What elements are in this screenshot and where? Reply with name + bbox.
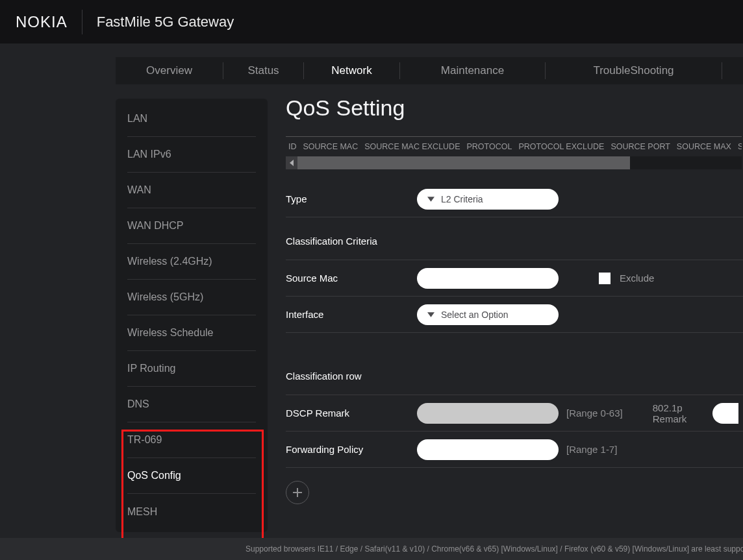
tab-overview[interactable]: Overview — [116, 62, 223, 79]
sidebar-item-wireless-24[interactable]: Wireless (2.4GHz) — [127, 244, 256, 280]
row-dscp-remark: DSCP Remark [Range 0-63] 802.1p Remark — [286, 395, 743, 432]
col-source-mac-exclude: SOURCE MAC EXCLUDE — [364, 142, 460, 151]
footer-text: Supported browsers IE11 / Edge / Safari(… — [246, 544, 743, 554]
section-classification-row: Classification row — [286, 352, 743, 395]
product-name: FastMile 5G Gateway — [82, 14, 234, 30]
tab-troubleshooting[interactable]: TroubleShooting — [546, 62, 722, 79]
brand-logo: NOKIA — [16, 10, 82, 34]
tab-maintenance[interactable]: Maintenance — [400, 62, 546, 79]
input-dscp-remark[interactable] — [417, 403, 559, 424]
sidebar-item-wireless-5[interactable]: Wireless (5GHz) — [127, 280, 256, 315]
main-region: Overview Status Network Maintenance Trou… — [0, 43, 743, 560]
top-tabs: Overview Status Network Maintenance Trou… — [116, 57, 743, 84]
col-protocol-exclude: PROTOCOL EXCLUDE — [518, 142, 604, 151]
tab-status[interactable]: Status — [223, 62, 304, 79]
label-interface: Interface — [286, 309, 417, 320]
row-source-mac: Source Mac Exclude — [286, 260, 743, 297]
hint-forwarding-policy: [Range 1-7] — [566, 444, 617, 455]
input-forwarding-policy[interactable] — [417, 439, 559, 460]
table-scrollbar[interactable] — [286, 156, 742, 169]
select-type[interactable]: L2 Criteria — [417, 189, 559, 210]
sidebar-item-lan[interactable]: LAN — [127, 101, 256, 137]
qos-table-header: ID SOURCE MAC SOURCE MAC EXCLUDE PROTOCO… — [286, 137, 742, 156]
plus-icon — [293, 488, 302, 497]
checkbox-source-mac-exclude[interactable] — [599, 273, 611, 284]
sidebar-item-wan[interactable]: WAN — [127, 173, 256, 208]
label-8021p-remark: 802.1p Remark — [653, 402, 698, 424]
col-s-exclude: S EXCLUDE — [738, 142, 742, 151]
input-8021p-remark[interactable] — [712, 403, 738, 424]
col-source-port: SOURCE PORT — [611, 142, 670, 151]
tab-network[interactable]: Network — [304, 62, 400, 79]
section-classification-criteria: Classification Criteria — [286, 217, 743, 260]
label-source-mac-exclude: Exclude — [620, 273, 654, 284]
sidebar-item-lan-ipv6[interactable]: LAN IPv6 — [127, 137, 256, 173]
sidebar-item-wireless-schedule[interactable]: Wireless Schedule — [127, 315, 256, 351]
col-source-mac: SOURCE MAC — [303, 142, 359, 151]
qos-form: Type L2 Criteria Classification Criteria… — [286, 181, 743, 504]
scroll-thumb[interactable] — [297, 156, 630, 169]
content-panel: QoS Setting ID SOURCE MAC SOURCE MAC EXC… — [286, 95, 743, 560]
chevron-left-icon — [289, 160, 294, 166]
label-dscp-remark: DSCP Remark — [286, 408, 417, 419]
sidebar-item-tr069[interactable]: TR-069 — [127, 422, 256, 458]
col-protocol: PROTOCOL — [466, 142, 512, 151]
label-type: Type — [286, 193, 417, 204]
page-title: QoS Setting — [286, 95, 743, 121]
select-type-value: L2 Criteria — [441, 194, 483, 204]
sidebar-item-wan-dhcp[interactable]: WAN DHCP — [127, 208, 256, 244]
browser-support-footer: Supported browsers IE11 / Edge / Safari(… — [0, 538, 743, 560]
chevron-down-icon — [427, 197, 434, 202]
chevron-down-icon — [427, 312, 434, 317]
select-interface[interactable]: Select an Option — [417, 304, 559, 325]
col-8021p-remark: 802.1p Remark — [653, 402, 738, 424]
sidebar-item-ip-routing[interactable]: IP Routing — [127, 351, 256, 387]
input-source-mac[interactable] — [417, 268, 559, 289]
scroll-left-button[interactable] — [286, 156, 297, 169]
label-source-mac: Source Mac — [286, 273, 417, 284]
sidebar-item-qos-config[interactable]: QoS Config — [127, 458, 256, 494]
row-type: Type L2 Criteria — [286, 181, 743, 217]
row-interface: Interface Select an Option — [286, 297, 743, 333]
col-source-max: SOURCE MAX — [677, 142, 731, 151]
row-forwarding-policy: Forwarding Policy [Range 1-7] — [286, 432, 743, 468]
qos-table: ID SOURCE MAC SOURCE MAC EXCLUDE PROTOCO… — [286, 136, 742, 169]
add-rule-button[interactable] — [286, 481, 309, 504]
col-id: ID — [288, 142, 297, 151]
sidebar-item-dns[interactable]: DNS — [127, 387, 256, 422]
hint-dscp-remark: [Range 0-63] — [566, 408, 623, 419]
label-forwarding-policy: Forwarding Policy — [286, 444, 417, 455]
app-header: NOKIA FastMile 5G Gateway — [0, 0, 743, 43]
sidebar-item-mesh[interactable]: MESH — [127, 494, 256, 530]
select-interface-value: Select an Option — [441, 310, 509, 320]
sidebar: LAN LAN IPv6 WAN WAN DHCP Wireless (2.4G… — [116, 99, 268, 532]
